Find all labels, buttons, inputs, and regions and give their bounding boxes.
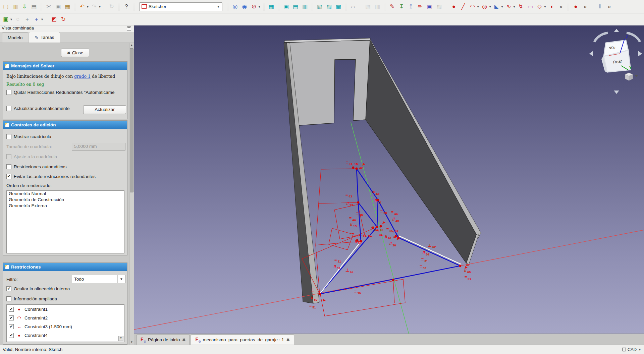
constraint-checkbox[interactable]: ✔ (9, 324, 14, 329)
view-rear-button[interactable]: ▧ (315, 2, 324, 11)
grid-snap-checkbox[interactable] (6, 154, 11, 159)
chevron-down-icon[interactable]: ▼ (10, 18, 13, 21)
geo-polygon-button[interactable]: ◇ (535, 2, 544, 11)
geo-line-button[interactable]: ╱ (459, 2, 468, 11)
zoom-sel-button[interactable]: ◉ (240, 2, 249, 11)
sketch-point[interactable] (352, 167, 355, 169)
scroll-up-icon[interactable]: ▲ (129, 43, 134, 48)
view-top-button[interactable]: ▤ (291, 2, 300, 11)
chevron-down-icon[interactable]: ▼ (489, 5, 492, 8)
geo-rect-button[interactable]: ▭ (526, 2, 534, 11)
constraint-checkbox[interactable]: ✔ (9, 307, 14, 312)
view-bottom-button[interactable]: ▨ (325, 2, 333, 11)
chevron-down-icon[interactable]: ▼ (543, 5, 546, 8)
workbench-selector[interactable]: Sketcher▼ (139, 2, 222, 11)
constraint-row[interactable]: ✔●Constraint1 (7, 305, 124, 313)
scroll-down-icon[interactable]: ▼ (129, 340, 134, 345)
constraint-label[interactable]: 65, 51 (363, 234, 372, 237)
constraint-checkbox[interactable]: ✔ (9, 333, 14, 338)
sketch-reorient-button[interactable]: ▨ (435, 2, 443, 11)
hide-internal-checkbox[interactable]: ✔ (6, 286, 11, 291)
view-left-button[interactable]: ▩ (334, 2, 343, 11)
part-solid-button[interactable]: ▧ (364, 2, 372, 11)
constraint-label[interactable]: ⊥ (310, 288, 314, 292)
validate-1-button[interactable]: ◩ (50, 15, 58, 24)
chevron-down-icon[interactable]: ▼ (98, 5, 101, 8)
sketch-edit-button[interactable]: ✏ (416, 2, 425, 11)
dof-link[interactable]: grado 1 (74, 74, 91, 79)
part-group-button[interactable]: ▥ (373, 2, 382, 11)
draw-style-button[interactable]: ⊘ (250, 2, 258, 11)
grid-size-input[interactable]: 5,0000 mm (72, 143, 125, 151)
close-tab-icon[interactable]: ✖ (286, 338, 290, 342)
geo-arc-button[interactable]: ◠ (468, 2, 477, 11)
overflow-button[interactable]: » (581, 2, 589, 11)
tab-document[interactable]: F⚙ mecanismo_para_puertas_de_garaje : 1 … (191, 335, 294, 345)
view-right-button[interactable]: ▥ (301, 2, 309, 11)
render-order-item[interactable]: Geometría de Construcción (7, 197, 124, 203)
sketch-point[interactable] (319, 293, 321, 295)
scroll-down-icon[interactable]: ▼ (118, 336, 123, 341)
internal-align-button[interactable]: + (23, 15, 32, 24)
close-sketch-button[interactable]: ✖ Close (61, 49, 89, 57)
constraint-checkbox[interactable]: ✔ (9, 315, 14, 320)
geo-conic-button[interactable]: ◣ (492, 2, 501, 11)
sketch-point[interactable] (459, 265, 462, 267)
validate-2-button[interactable]: ↻ (59, 15, 68, 24)
paste-button[interactable]: ▦ (63, 2, 72, 11)
tab-tareas[interactable]: ✎Tareas (29, 32, 60, 43)
con-coincident-button[interactable]: ● (571, 2, 580, 11)
render-order-item[interactable]: Geometría Normal (7, 191, 124, 197)
sketch-attach-button[interactable]: ↧ (397, 2, 406, 11)
viewport-background[interactable] (134, 25, 644, 334)
update-button[interactable]: Actualizar (83, 105, 126, 114)
undo-button[interactable]: ↶ (78, 2, 87, 11)
copy-button[interactable]: ▣ (54, 2, 62, 11)
geo-circle-button[interactable]: ◎ (480, 2, 489, 11)
auto-update-checkbox[interactable] (6, 106, 11, 111)
sketch-point[interactable] (392, 279, 394, 281)
extended-info-checkbox[interactable] (6, 296, 11, 301)
sketch-new-button[interactable]: ✎ (388, 2, 396, 11)
close-tab-icon[interactable]: ✖ (182, 338, 185, 342)
tab-modelo[interactable]: Modelo (2, 33, 28, 43)
geo-bspline-button[interactable]: ∿ (504, 2, 513, 11)
float-panel-icon[interactable] (127, 26, 131, 31)
nav-style-selector[interactable]: CAD ▼ (622, 347, 641, 352)
constraint-list[interactable]: ✔●Constraint1✔◠Constraint2✔↔Constraint3 … (6, 304, 124, 342)
print-button[interactable]: ▤ (30, 2, 38, 11)
constraint-label[interactable]: 62 (466, 263, 470, 267)
constraint-label[interactable]: 34 (379, 233, 383, 237)
geo-polyline-button[interactable]: ↯ (516, 2, 525, 11)
sel-constraints-button[interactable]: ▣ (1, 15, 10, 24)
chevron-down-icon[interactable]: ▼ (513, 5, 516, 8)
sketch-map-button[interactable]: ▣ (425, 2, 434, 11)
constraint-label[interactable]: 42 (359, 166, 363, 170)
geo-slot-button[interactable]: ◖ (547, 2, 556, 11)
constraint-row[interactable]: ✔◠Constraint2 (7, 313, 124, 322)
remove-redundant-checkbox[interactable] (6, 90, 11, 95)
render-order-item[interactable]: Geometría Externa (7, 203, 124, 209)
tool-pair-button[interactable]: ‖ (595, 2, 604, 11)
solver-messages-header[interactable]: Mensajes del Solver (3, 62, 127, 70)
fit-all-button[interactable]: ◎ (231, 2, 239, 11)
whats-this-button[interactable]: ? (122, 2, 131, 11)
tab-start-page[interactable]: F⚙ Página de inicio ✖ (136, 335, 190, 345)
sketch-point[interactable] (357, 201, 360, 204)
construction-mode-button[interactable]: ◌ (13, 15, 22, 24)
chevron-down-icon[interactable]: ▼ (501, 5, 504, 8)
overflow-button[interactable]: » (605, 2, 613, 11)
sketch-export-button[interactable]: ↥ (407, 2, 415, 11)
cut-button[interactable]: ✂ (44, 2, 53, 11)
geo-point-button[interactable]: ● (449, 2, 458, 11)
render-order-listbox[interactable]: Geometría NormalGeometría de Construcció… (6, 190, 124, 253)
edit-controls-header[interactable]: Controles de edición (3, 121, 127, 129)
view-axonometric-button[interactable]: ▦ (267, 2, 276, 11)
chevron-down-icon[interactable]: ▼ (41, 18, 44, 21)
open-file-button[interactable]: ▥ (11, 2, 19, 11)
chevron-down-icon[interactable]: ▼ (258, 5, 261, 8)
constraint-row[interactable]: ✔●Constraint4 (7, 331, 124, 340)
panel-scrollbar-thumb[interactable] (130, 48, 133, 192)
view-front-button[interactable]: ▣ (282, 2, 290, 11)
chevron-down-icon[interactable]: ▼ (86, 5, 89, 8)
